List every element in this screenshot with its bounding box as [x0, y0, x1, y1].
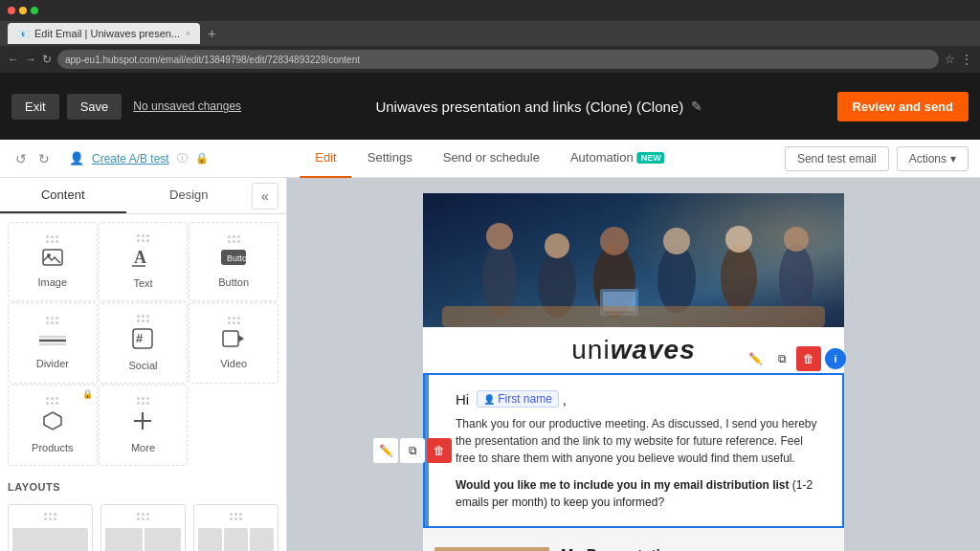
- svg-point-21: [600, 227, 629, 255]
- layout-3-preview: [198, 528, 274, 551]
- browser-tabs: 📧 Edit Email | Uniwaves presen... × +: [0, 21, 980, 46]
- social-label: Social: [129, 360, 158, 371]
- exit-button[interactable]: Exit: [11, 94, 59, 120]
- save-button[interactable]: Save: [67, 94, 122, 120]
- bookmark-icon[interactable]: ☆: [945, 53, 955, 66]
- svg-point-25: [725, 226, 752, 253]
- sidebar-tab-design[interactable]: Design: [126, 178, 253, 213]
- tab-close-button[interactable]: ×: [186, 29, 190, 38]
- block-delete-button[interactable]: 🗑: [796, 346, 821, 371]
- tab-label: Edit Email | Uniwaves presen...: [34, 28, 180, 39]
- element-more-dots: [137, 397, 149, 405]
- sidebar: Content Design « Image: [0, 178, 287, 551]
- new-tab-button[interactable]: +: [208, 26, 215, 41]
- row-delete-button[interactable]: 🗑: [427, 438, 452, 463]
- email-hero-image[interactable]: [423, 193, 844, 327]
- presentation-image: I know the theory. But how to do it?: [434, 547, 549, 551]
- block-edit-button[interactable]: ✏️: [743, 346, 768, 371]
- edit-title-icon[interactable]: ✎: [691, 99, 702, 114]
- main-layout: Content Design « Image: [0, 178, 980, 551]
- presentation-section: I know the theory. But how to do it? My …: [423, 536, 844, 551]
- send-test-email-button[interactable]: Send test email: [785, 146, 889, 171]
- app-topbar: Exit Save No unsaved changes Uniwaves pr…: [0, 73, 980, 140]
- svg-point-19: [545, 233, 569, 258]
- element-social-dots: [137, 315, 149, 322]
- products-lock-icon: 🔒: [82, 389, 93, 399]
- token-icon: 👤: [483, 394, 495, 405]
- layout-2[interactable]: 2: [100, 504, 186, 551]
- menu-icon[interactable]: ⋮: [961, 53, 972, 66]
- products-label: Products: [32, 442, 73, 453]
- element-products[interactable]: 🔒 Products: [8, 385, 98, 466]
- redo-button[interactable]: ↻: [34, 149, 54, 168]
- email-title-text: Uniwaves presentation and links (Clone) …: [375, 99, 683, 115]
- tab-favicon: 📧: [17, 29, 29, 39]
- element-divider[interactable]: Divider: [8, 302, 98, 384]
- email-body-bold-paragraph: Would you like me to include you in my e…: [456, 476, 823, 511]
- layout-1-preview: [12, 528, 88, 551]
- address-bar[interactable]: app-eu1.hubspot.com/email/edit/13849798/…: [57, 50, 939, 69]
- element-divider-dots: [46, 317, 58, 324]
- undo-button[interactable]: ↺: [11, 149, 31, 168]
- text-icon: A: [132, 248, 153, 272]
- lock-icon: 🔒: [195, 152, 209, 165]
- tab-settings[interactable]: Settings: [352, 140, 428, 178]
- logo-text: uniwaves: [571, 335, 695, 364]
- element-video[interactable]: Video: [189, 302, 278, 384]
- back-button[interactable]: ←: [8, 53, 19, 66]
- hi-line: Hi 👤 First name ,: [456, 390, 823, 408]
- personalize-token[interactable]: 👤 First name: [477, 390, 559, 408]
- email-title-container: Uniwaves presentation and links (Clone) …: [249, 99, 829, 115]
- element-image[interactable]: Image: [8, 222, 98, 301]
- actions-button[interactable]: Actions ▾: [897, 146, 969, 171]
- svg-rect-31: [434, 547, 549, 551]
- automation-new-badge: NEW: [637, 152, 665, 164]
- svg-rect-11: [223, 331, 238, 346]
- email-text-section: Hi 👤 First name , Thank you for our prod…: [423, 373, 844, 528]
- element-more[interactable]: More: [99, 385, 189, 466]
- elements-grid: Image A Text Button: [0, 214, 286, 474]
- canvas-area: uniwaves ✏️ ⧉ 🗑 ✏️ ⧉ 🗑 i: [287, 178, 980, 551]
- subnav-left: ↺ ↻ 👤 Create A/B test ⓘ 🔒: [11, 149, 209, 168]
- element-button[interactable]: Button Button: [189, 222, 278, 301]
- svg-point-27: [784, 227, 809, 252]
- review-send-button[interactable]: Review and send: [837, 92, 969, 121]
- ab-test-icon: 👤: [69, 151, 84, 165]
- email-text-content: Hi 👤 First name , Thank you for our prod…: [444, 390, 823, 511]
- element-video-dots: [228, 317, 240, 324]
- block-copy-button[interactable]: ⧉: [769, 346, 794, 371]
- svg-point-17: [486, 223, 513, 250]
- email-body-paragraph: Thank you for our productive meeting. As…: [456, 415, 823, 467]
- canvas-content: uniwaves ✏️ ⧉ 🗑 ✏️ ⧉ 🗑 i: [423, 193, 844, 536]
- element-social[interactable]: # Social: [99, 302, 189, 384]
- sidebar-collapse-button[interactable]: «: [252, 183, 278, 209]
- layout-1[interactable]: 1: [8, 504, 93, 551]
- address-text: app-eu1.hubspot.com/email/edit/13849798/…: [65, 55, 360, 65]
- create-ab-test-link[interactable]: Create A/B test: [92, 152, 169, 165]
- element-text[interactable]: A Text: [99, 222, 189, 301]
- unsaved-changes-link[interactable]: No unsaved changes: [133, 99, 241, 113]
- more-icon: [132, 410, 153, 436]
- tab-send-schedule[interactable]: Send or schedule: [428, 140, 555, 178]
- forward-button[interactable]: →: [25, 53, 36, 66]
- layout-2-preview: [105, 528, 181, 551]
- row-copy-button[interactable]: ⧉: [400, 438, 425, 463]
- hero-people-svg: [423, 193, 844, 327]
- video-icon: [222, 330, 245, 352]
- block-top-toolbar: ✏️ ⧉ 🗑 i: [743, 346, 846, 371]
- block-info-button[interactable]: i: [825, 348, 846, 369]
- reload-button[interactable]: ↻: [42, 53, 52, 66]
- row-edit-button[interactable]: ✏️: [373, 438, 398, 463]
- tab-automation[interactable]: Automation NEW: [555, 140, 680, 178]
- logo-italic: waves: [611, 335, 696, 364]
- svg-rect-30: [442, 306, 825, 327]
- element-button-dots: [228, 235, 240, 243]
- tab-edit[interactable]: Edit: [300, 140, 351, 178]
- sidebar-tab-content[interactable]: Content: [0, 178, 126, 213]
- presentation-title: My Presentation: [561, 547, 833, 551]
- info-icon: ⓘ: [177, 151, 188, 165]
- row-left-toolbar: ✏️ ⧉ 🗑: [373, 438, 452, 463]
- browser-tab-active[interactable]: 📧 Edit Email | Uniwaves presen... ×: [8, 23, 200, 44]
- layout-3[interactable]: 3: [193, 504, 278, 551]
- bold-intro: Would you like me to include you in my e…: [456, 478, 790, 492]
